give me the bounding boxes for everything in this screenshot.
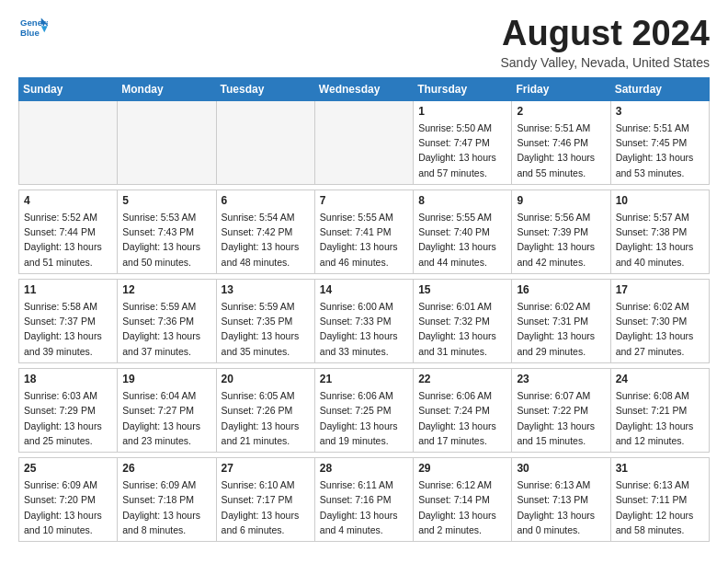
info-line: and 44 minutes. bbox=[418, 255, 506, 270]
week-row-2: 11Sunrise: 5:58 AMSunset: 7:37 PMDayligh… bbox=[19, 279, 710, 362]
day-number: 7 bbox=[320, 194, 408, 207]
info-line: Sunrise: 5:54 AM bbox=[222, 210, 310, 224]
info-line: and 58 minutes. bbox=[616, 523, 704, 537]
info-line: Sunset: 7:24 PM bbox=[418, 403, 506, 418]
day-number: 17 bbox=[616, 283, 704, 296]
day-number: 3 bbox=[616, 105, 704, 118]
info-line: Daylight: 13 hours bbox=[616, 150, 704, 165]
info-line: Sunrise: 5:55 AM bbox=[418, 210, 506, 224]
day-number: 4 bbox=[24, 194, 112, 207]
day-number: 9 bbox=[517, 194, 605, 207]
info-line: Sunrise: 5:58 AM bbox=[24, 299, 112, 314]
info-line: Sunset: 7:16 PM bbox=[320, 492, 408, 507]
calendar-cell: 12Sunrise: 5:59 AMSunset: 7:36 PMDayligh… bbox=[118, 279, 216, 362]
calendar-cell: 2Sunrise: 5:51 AMSunset: 7:46 PMDaylight… bbox=[512, 100, 610, 184]
info-line: Daylight: 13 hours bbox=[24, 419, 112, 433]
info-line: Sunset: 7:13 PM bbox=[517, 492, 605, 507]
day-number: 12 bbox=[122, 283, 210, 296]
cell-info: Sunrise: 6:11 AMSunset: 7:16 PMDaylight:… bbox=[320, 477, 408, 537]
info-line: and 53 minutes. bbox=[616, 166, 704, 180]
info-line: Sunrise: 5:56 AM bbox=[517, 210, 605, 224]
info-line: Daylight: 13 hours bbox=[418, 508, 506, 523]
info-line: Sunrise: 5:50 AM bbox=[418, 121, 506, 135]
info-line: Sunrise: 5:57 AM bbox=[616, 210, 704, 224]
info-line: Sunset: 7:31 PM bbox=[517, 314, 605, 328]
info-line: Daylight: 13 hours bbox=[320, 239, 408, 254]
info-line: Daylight: 13 hours bbox=[24, 508, 112, 523]
day-number: 19 bbox=[122, 373, 210, 385]
info-line: Sunrise: 5:59 AM bbox=[222, 299, 310, 314]
cell-info: Sunrise: 5:52 AMSunset: 7:44 PMDaylight:… bbox=[24, 210, 112, 270]
info-line: and 25 minutes. bbox=[24, 433, 112, 448]
info-line: Daylight: 13 hours bbox=[517, 239, 605, 254]
info-line: Sunset: 7:14 PM bbox=[418, 492, 506, 507]
info-line: Daylight: 13 hours bbox=[517, 150, 605, 165]
svg-marker-3 bbox=[41, 26, 48, 32]
info-line: and 35 minutes. bbox=[222, 344, 310, 359]
page-header: General Blue August 2024 Sandy Valley, N… bbox=[18, 15, 710, 70]
cell-info: Sunrise: 5:59 AMSunset: 7:35 PMDaylight:… bbox=[222, 299, 310, 359]
info-line: Daylight: 13 hours bbox=[320, 419, 408, 433]
info-line: Sunset: 7:11 PM bbox=[616, 492, 704, 507]
calendar-cell: 26Sunrise: 6:09 AMSunset: 7:18 PMDayligh… bbox=[118, 458, 216, 542]
day-number: 6 bbox=[222, 194, 310, 207]
info-line: and 2 minutes. bbox=[418, 523, 506, 537]
calendar-cell: 23Sunrise: 6:07 AMSunset: 7:22 PMDayligh… bbox=[512, 368, 610, 452]
info-line: and 15 minutes. bbox=[517, 433, 605, 448]
calendar-cell: 18Sunrise: 6:03 AMSunset: 7:29 PMDayligh… bbox=[19, 368, 118, 452]
day-number: 1 bbox=[418, 105, 506, 118]
cell-info: Sunrise: 5:54 AMSunset: 7:42 PMDaylight:… bbox=[222, 210, 310, 270]
info-line: and 33 minutes. bbox=[320, 344, 408, 359]
cell-info: Sunrise: 6:02 AMSunset: 7:30 PMDaylight:… bbox=[616, 299, 704, 359]
info-line: Sunrise: 6:09 AM bbox=[122, 477, 210, 492]
info-line: Sunset: 7:22 PM bbox=[517, 403, 605, 418]
cell-info: Sunrise: 6:13 AMSunset: 7:13 PMDaylight:… bbox=[517, 477, 605, 537]
day-number: 14 bbox=[320, 283, 408, 296]
day-number: 23 bbox=[517, 373, 605, 385]
info-line: Sunrise: 5:51 AM bbox=[517, 121, 605, 135]
info-line: and 6 minutes. bbox=[222, 523, 310, 537]
calendar-cell: 3Sunrise: 5:51 AMSunset: 7:45 PMDaylight… bbox=[610, 100, 709, 184]
day-number: 24 bbox=[616, 373, 704, 385]
info-line: Daylight: 13 hours bbox=[222, 508, 310, 523]
info-line: and 4 minutes. bbox=[320, 523, 408, 537]
info-line: and 29 minutes. bbox=[517, 344, 605, 359]
week-row-1: 4Sunrise: 5:52 AMSunset: 7:44 PMDaylight… bbox=[19, 190, 710, 273]
cell-info: Sunrise: 5:56 AMSunset: 7:39 PMDaylight:… bbox=[517, 210, 605, 270]
calendar-cell: 1Sunrise: 5:50 AMSunset: 7:47 PMDaylight… bbox=[414, 100, 512, 184]
calendar-cell: 11Sunrise: 5:58 AMSunset: 7:37 PMDayligh… bbox=[19, 279, 118, 362]
calendar-cell: 4Sunrise: 5:52 AMSunset: 7:44 PMDaylight… bbox=[19, 190, 118, 273]
calendar-cell bbox=[216, 100, 314, 184]
info-line: Daylight: 13 hours bbox=[222, 328, 310, 343]
info-line: Sunset: 7:35 PM bbox=[222, 314, 310, 328]
day-number: 22 bbox=[418, 373, 506, 385]
info-line: Sunrise: 6:05 AM bbox=[222, 388, 310, 403]
info-line: Sunset: 7:20 PM bbox=[24, 492, 112, 507]
day-number: 10 bbox=[616, 194, 704, 207]
calendar-cell: 28Sunrise: 6:11 AMSunset: 7:16 PMDayligh… bbox=[314, 458, 413, 542]
info-line: and 55 minutes. bbox=[517, 166, 605, 180]
info-line: Sunrise: 5:52 AM bbox=[24, 210, 112, 224]
info-line: Daylight: 13 hours bbox=[122, 508, 210, 523]
cell-info: Sunrise: 6:06 AMSunset: 7:24 PMDaylight:… bbox=[418, 388, 506, 448]
day-number: 29 bbox=[418, 462, 506, 475]
info-line: and 37 minutes. bbox=[122, 344, 210, 359]
day-number: 25 bbox=[24, 462, 112, 475]
info-line: and 39 minutes. bbox=[24, 344, 112, 359]
info-line: Sunset: 7:46 PM bbox=[517, 135, 605, 150]
info-line: and 0 minutes. bbox=[517, 523, 605, 537]
info-line: Sunrise: 6:06 AM bbox=[320, 388, 408, 403]
info-line: Daylight: 13 hours bbox=[517, 328, 605, 343]
day-number: 16 bbox=[517, 283, 605, 296]
day-number: 13 bbox=[222, 283, 310, 296]
info-line: Daylight: 12 hours bbox=[616, 508, 704, 523]
info-line: Sunset: 7:47 PM bbox=[418, 135, 506, 150]
info-line: Daylight: 13 hours bbox=[616, 419, 704, 433]
info-line: and 57 minutes. bbox=[418, 166, 506, 180]
week-row-3: 18Sunrise: 6:03 AMSunset: 7:29 PMDayligh… bbox=[19, 368, 710, 452]
cell-info: Sunrise: 6:00 AMSunset: 7:33 PMDaylight:… bbox=[320, 299, 408, 359]
info-line: Daylight: 13 hours bbox=[616, 328, 704, 343]
info-line: Sunset: 7:40 PM bbox=[418, 224, 506, 239]
info-line: and 46 minutes. bbox=[320, 255, 408, 270]
day-number: 5 bbox=[122, 194, 210, 207]
